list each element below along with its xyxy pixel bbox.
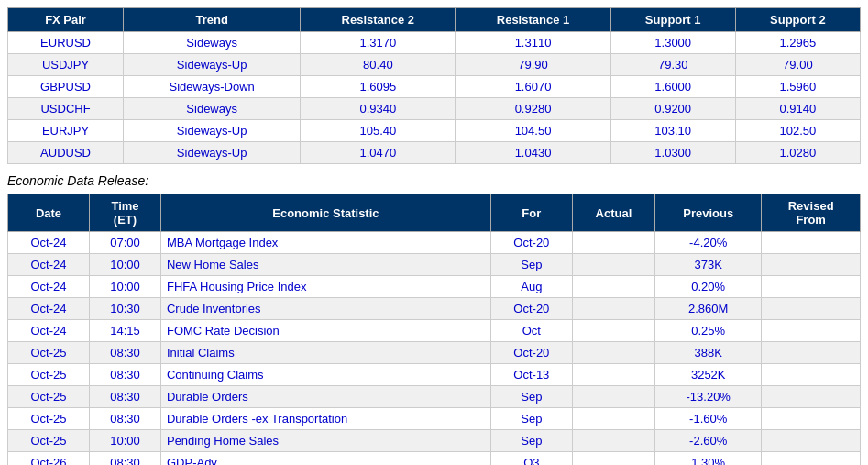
eco-cell: Crude Inventories [160, 298, 490, 320]
eco-cell: FOMC Rate Decision [160, 320, 490, 342]
eco-cell: FHFA Housing Price Index [160, 276, 490, 298]
eco-cell: GDP-Adv. [160, 452, 490, 466]
eco-cell: -1.60% [655, 408, 762, 430]
fx-row: USDCHFSideways0.93400.92800.92000.9140 [8, 98, 861, 120]
eco-cell: 1.30% [655, 452, 762, 466]
eco-row: Oct-2510:00Pending Home SalesSep-2.60% [8, 430, 861, 452]
eco-cell: -4.20% [655, 232, 762, 254]
eco-cell: Oct-13 [490, 364, 572, 386]
eco-row: Oct-2407:00MBA Mortgage IndexOct-20-4.20… [8, 232, 861, 254]
fx-cell: 79.30 [610, 54, 735, 76]
eco-cell: Oct-25 [8, 386, 90, 408]
fx-cell: 1.0470 [301, 142, 456, 164]
eco-cell: Oct-25 [8, 342, 90, 364]
eco-row: Oct-2414:15FOMC Rate DecisionOct0.25% [8, 320, 861, 342]
eco-cell: 07:00 [90, 232, 161, 254]
eco-row: Oct-2608:30GDP-Adv.Q31.30% [8, 452, 861, 466]
fx-cell: 1.3000 [610, 32, 735, 54]
eco-cell: Oct-25 [8, 408, 90, 430]
eco-header: For [490, 194, 572, 232]
eco-cell: 10:00 [90, 430, 161, 452]
eco-cell: Oct-26 [8, 452, 90, 466]
eco-cell [762, 298, 861, 320]
eco-cell [572, 408, 654, 430]
fx-header: Support 1 [610, 8, 735, 32]
fx-row: GBPUSDSideways-Down1.60951.60701.60001.5… [8, 76, 861, 98]
fx-cell: EURUSD [8, 32, 124, 54]
fx-cell: 1.2965 [735, 32, 860, 54]
eco-cell: Durable Orders -ex Transportation [160, 408, 490, 430]
eco-cell: -13.20% [655, 386, 762, 408]
fx-cell: USDJPY [8, 54, 124, 76]
eco-cell: 08:30 [90, 386, 161, 408]
fx-cell: 1.6070 [456, 76, 610, 98]
fx-cell: AUDUSD [8, 142, 124, 164]
eco-row: Oct-2410:30Crude InventoriesOct-202.860M [8, 298, 861, 320]
eco-cell: Oct-20 [490, 298, 572, 320]
eco-header: Actual [572, 194, 654, 232]
fx-row: AUDUSDSideways-Up1.04701.04301.03001.028… [8, 142, 861, 164]
eco-row: Oct-2410:00FHFA Housing Price IndexAug0.… [8, 276, 861, 298]
eco-row: Oct-2410:00New Home SalesSep373K [8, 254, 861, 276]
eco-cell: -2.60% [655, 430, 762, 452]
eco-cell: New Home Sales [160, 254, 490, 276]
fx-header: Resistance 1 [456, 8, 610, 32]
fx-cell: 0.9280 [456, 98, 610, 120]
fx-cell: Sideways [124, 98, 301, 120]
economic-table: DateTime (ET)Economic StatisticForActual… [7, 194, 861, 465]
eco-cell: Sep [490, 254, 572, 276]
eco-cell [762, 452, 861, 466]
eco-header: Previous [655, 194, 762, 232]
eco-cell: Sep [490, 408, 572, 430]
fx-cell: 1.3170 [301, 32, 456, 54]
eco-row: Oct-2508:30Durable OrdersSep-13.20% [8, 386, 861, 408]
eco-header: Date [8, 194, 90, 232]
eco-header: Time (ET) [90, 194, 161, 232]
fx-cell: 105.40 [301, 120, 456, 142]
eco-cell: Continuing Claims [160, 364, 490, 386]
fx-cell: 1.6095 [301, 76, 456, 98]
eco-cell: Oct-24 [8, 298, 90, 320]
eco-cell [762, 342, 861, 364]
eco-cell [572, 320, 654, 342]
fx-cell: 1.0300 [610, 142, 735, 164]
fx-cell: 103.10 [610, 120, 735, 142]
eco-cell: Oct-24 [8, 232, 90, 254]
eco-cell: 373K [655, 254, 762, 276]
section-label: Economic Data Release: [7, 173, 861, 188]
eco-cell: Sep [490, 430, 572, 452]
eco-cell: 14:15 [90, 320, 161, 342]
eco-cell: Oct-24 [8, 254, 90, 276]
eco-cell: Sep [490, 386, 572, 408]
eco-cell: 0.20% [655, 276, 762, 298]
eco-cell: Oct-24 [8, 320, 90, 342]
fx-cell: 0.9340 [301, 98, 456, 120]
eco-cell: Oct-20 [490, 232, 572, 254]
fx-cell: 1.0280 [735, 142, 860, 164]
eco-cell [572, 452, 654, 466]
eco-header: Revised From [762, 194, 861, 232]
fx-cell: 1.0430 [456, 142, 610, 164]
eco-cell: MBA Mortgage Index [160, 232, 490, 254]
eco-cell: Durable Orders [160, 386, 490, 408]
eco-cell [762, 232, 861, 254]
fx-cell: 104.50 [456, 120, 610, 142]
fx-cell: 0.9200 [610, 98, 735, 120]
eco-cell: 388K [655, 342, 762, 364]
fx-cell: 1.5960 [735, 76, 860, 98]
eco-cell: Oct-24 [8, 276, 90, 298]
eco-cell [762, 386, 861, 408]
eco-cell: 10:00 [90, 254, 161, 276]
fx-cell: 1.3110 [456, 32, 610, 54]
eco-row: Oct-2508:30Durable Orders -ex Transporta… [8, 408, 861, 430]
eco-cell [762, 408, 861, 430]
eco-cell: 08:30 [90, 452, 161, 466]
fx-cell: Sideways-Up [124, 142, 301, 164]
eco-cell [762, 320, 861, 342]
eco-cell [572, 364, 654, 386]
eco-cell: 10:00 [90, 276, 161, 298]
eco-cell [762, 430, 861, 452]
fx-cell: 0.9140 [735, 98, 860, 120]
eco-cell [572, 276, 654, 298]
eco-header: Economic Statistic [160, 194, 490, 232]
